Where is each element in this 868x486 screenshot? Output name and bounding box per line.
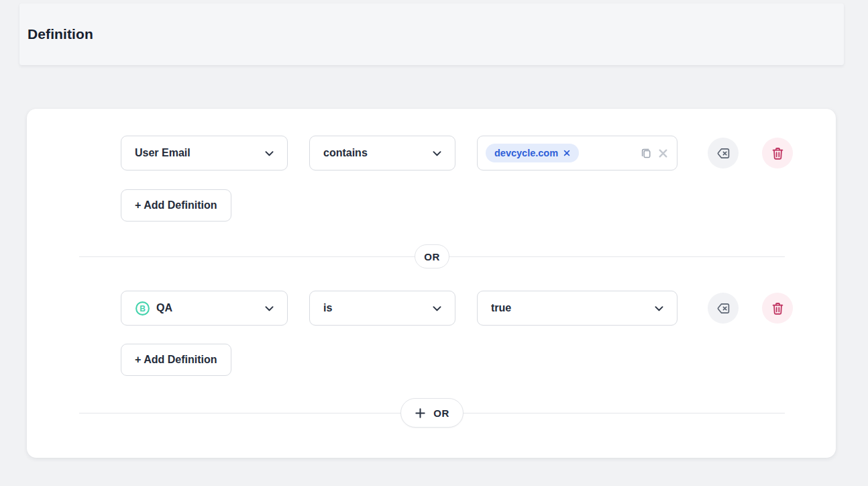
property-dropdown-row1[interactable]: User Email bbox=[121, 136, 288, 171]
property-dropdown-label: B QA bbox=[135, 301, 172, 316]
backspace-icon bbox=[715, 145, 732, 162]
add-definition-button-row2[interactable]: + Add Definition bbox=[121, 344, 231, 376]
plus-icon bbox=[415, 407, 426, 419]
definition-section-header: Definition bbox=[19, 3, 844, 65]
clear-definition-button-row2[interactable] bbox=[708, 293, 739, 324]
property-dropdown-label: User Email bbox=[135, 147, 191, 159]
chip-remove-icon[interactable] bbox=[563, 149, 571, 157]
delete-definition-button-row1[interactable] bbox=[762, 138, 793, 168]
definition-card: User Email contains devcycle.com + Add D… bbox=[27, 109, 836, 458]
comparator-dropdown-label: contains bbox=[323, 147, 368, 159]
or-divider-badge: OR bbox=[415, 244, 449, 269]
input-actions bbox=[640, 136, 668, 170]
value-dropdown-row2[interactable]: true bbox=[477, 291, 677, 326]
property-dropdown-row2[interactable]: B QA bbox=[121, 291, 288, 326]
add-definition-label: + Add Definition bbox=[135, 199, 217, 211]
add-definition-label: + Add Definition bbox=[135, 354, 217, 366]
or-divider-label: OR bbox=[424, 251, 439, 262]
chevron-down-icon bbox=[653, 303, 665, 314]
svg-text:B: B bbox=[140, 303, 146, 313]
page-title: Definition bbox=[28, 26, 93, 42]
trash-icon bbox=[770, 146, 785, 161]
add-or-label: OR bbox=[433, 407, 449, 419]
add-definition-button-row1[interactable]: + Add Definition bbox=[121, 189, 231, 222]
chevron-down-icon bbox=[264, 148, 275, 159]
backspace-icon bbox=[715, 300, 732, 317]
chevron-down-icon bbox=[431, 148, 443, 159]
clear-input-icon[interactable] bbox=[658, 148, 668, 158]
trash-icon bbox=[770, 301, 785, 316]
boolean-icon: B bbox=[135, 301, 150, 316]
value-tag-input-row1[interactable]: devcycle.com bbox=[477, 136, 677, 171]
delete-definition-button-row2[interactable] bbox=[762, 293, 793, 324]
comparator-dropdown-row1[interactable]: contains bbox=[309, 136, 455, 171]
clear-definition-button-row1[interactable] bbox=[708, 138, 739, 168]
comparator-dropdown-row2[interactable]: is bbox=[309, 291, 455, 326]
add-or-button[interactable]: OR bbox=[400, 398, 464, 428]
value-chip: devcycle.com bbox=[486, 144, 579, 162]
copy-icon[interactable] bbox=[640, 147, 653, 160]
chevron-down-icon bbox=[264, 303, 275, 314]
value-chip-label: devcycle.com bbox=[494, 148, 558, 158]
chevron-down-icon bbox=[431, 303, 443, 314]
value-dropdown-label: true bbox=[491, 302, 511, 314]
comparator-dropdown-label: is bbox=[323, 302, 332, 314]
